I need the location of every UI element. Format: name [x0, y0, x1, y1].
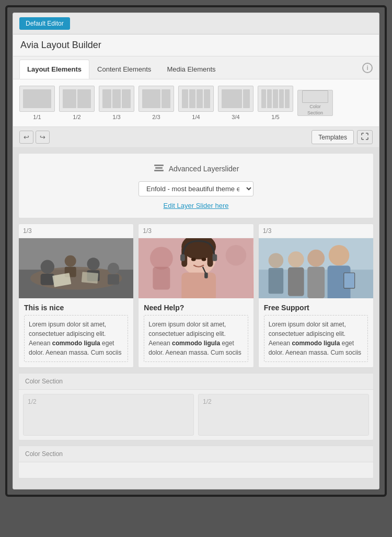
svg-rect-0	[154, 165, 164, 166]
layers-icon	[153, 162, 165, 175]
column-1: 1/3	[18, 224, 134, 368]
color-section-2-header: Color Section	[19, 446, 373, 462]
element-1-3-icon	[99, 86, 134, 112]
element-3-4[interactable]: 3/4	[218, 86, 253, 120]
fullscreen-button[interactable]	[357, 130, 373, 144]
svg-rect-35	[307, 267, 325, 298]
element-1-5-icon	[258, 86, 293, 112]
main-panel: Default Editor Avia Layout Builder Layou…	[13, 13, 379, 489]
element-1-1-label: 1/1	[33, 114, 41, 120]
color-section-1-header: Color Section	[19, 373, 373, 390]
half-col-1: 1/2	[23, 394, 194, 436]
default-editor-button[interactable]: Default Editor	[19, 17, 70, 30]
toolbar-right: Templates	[312, 130, 373, 144]
column-3-title: Free Support	[264, 303, 368, 312]
layer-slider-title: Advanced Layerslider	[169, 165, 239, 173]
column-2-title: Need Help?	[144, 303, 248, 312]
color-section-icon: Color Section	[297, 90, 333, 116]
toolbar-left: ↩ ↪	[19, 131, 50, 144]
element-3-4-label: 3/4	[232, 114, 239, 120]
column-1-text-block: Lorem ipsum dolor sit amet, consectetuer…	[24, 315, 128, 362]
svg-rect-2	[154, 170, 164, 171]
color-section-icon-label: Color	[309, 104, 321, 109]
svg-rect-1	[155, 167, 163, 169]
svg-rect-27	[204, 273, 208, 278]
redo-button[interactable]: ↪	[36, 131, 50, 144]
info-icon[interactable]: i	[362, 63, 373, 73]
business-team-image	[259, 238, 373, 298]
slider-header: Advanced Layerslider	[27, 162, 365, 175]
column-3: 1/3	[258, 224, 374, 368]
tabs-bar: Layout Elements Content Elements Media E…	[13, 56, 379, 79]
elements-row: 1/1 1/2	[13, 79, 379, 127]
svg-rect-37	[288, 267, 304, 296]
columns-row: 1/3	[18, 224, 374, 368]
element-1-2-icon	[59, 86, 95, 112]
builder-canvas: Advanced Layerslider Enfold - most beaut…	[13, 148, 379, 489]
edit-slider-link[interactable]: Edit Layer Slider here	[163, 202, 228, 209]
element-1-5[interactable]: 1/5	[258, 86, 293, 120]
column-1-text: Lorem ipsum dolor sit amet, consectetuer…	[29, 320, 123, 357]
element-1-3-label: 1/3	[112, 114, 120, 120]
column-3-text: Lorem ipsum dolor sit amet, consectetuer…	[269, 320, 363, 357]
element-1-4-icon	[178, 86, 214, 112]
column-1-label: 1/3	[19, 224, 133, 238]
element-1-1[interactable]: 1/1	[19, 86, 55, 120]
svg-point-19	[226, 245, 246, 265]
svg-rect-41	[344, 273, 354, 288]
column-3-text-block: Lorem ipsum dolor sit amet, consectetuer…	[264, 315, 368, 362]
color-section-2-content	[19, 462, 373, 478]
column-2-text: Lorem ipsum dolor sit amet, consectetuer…	[148, 320, 243, 357]
top-bar: Default Editor	[13, 13, 379, 34]
layer-slider-section: Advanced Layerslider Enfold - most beaut…	[18, 153, 374, 218]
element-2-3[interactable]: 2/3	[139, 86, 174, 120]
column-2-content: Need Help? Lorem ipsum dolor sit amet, c…	[139, 298, 253, 367]
svg-rect-39	[268, 268, 283, 294]
element-1-1-icon	[19, 86, 55, 112]
color-section-1-content: 1/2 1/2	[19, 390, 373, 440]
svg-point-8	[65, 255, 76, 267]
tab-layout-elements[interactable]: Layout Elements	[19, 60, 89, 79]
element-1-2[interactable]: 1/2	[59, 86, 95, 120]
svg-rect-15	[82, 272, 98, 283]
tab-content-elements[interactable]: Content Elements	[89, 60, 159, 79]
outer-frame: Default Editor Avia Layout Builder Layou…	[5, 5, 387, 497]
svg-rect-13	[108, 274, 119, 285]
svg-point-12	[108, 263, 119, 274]
element-color-section[interactable]: Color Section	[297, 90, 333, 116]
svg-point-10	[87, 258, 100, 270]
undo-button[interactable]: ↩	[19, 131, 33, 144]
toolbar-row: ↩ ↪ Templates	[13, 127, 379, 148]
column-2-text-block: Lorem ipsum dolor sit amet, consectetuer…	[144, 315, 248, 362]
column-3-label: 1/3	[259, 224, 373, 238]
element-2-3-icon	[139, 86, 174, 112]
svg-point-38	[268, 253, 283, 268]
templates-button[interactable]: Templates	[312, 130, 354, 144]
half-col-2-label: 1/2	[203, 398, 212, 405]
element-1-4[interactable]: 1/4	[178, 86, 214, 120]
column-2-label: 1/3	[139, 224, 253, 238]
slider-select-wrap: Enfold - most beautiful theme ever	[27, 181, 365, 196]
headset-woman-image	[139, 238, 253, 298]
svg-point-34	[307, 250, 325, 267]
element-1-5-label: 1/5	[271, 114, 279, 120]
element-1-4-label: 1/4	[192, 114, 200, 120]
business-meeting-image	[19, 238, 133, 298]
builder-title: Avia Layout Builder	[20, 40, 372, 51]
element-3-4-icon	[218, 86, 253, 112]
svg-rect-24	[207, 247, 213, 266]
svg-point-36	[288, 251, 304, 267]
svg-rect-26	[213, 254, 217, 261]
builder-header: Avia Layout Builder	[13, 34, 379, 56]
svg-rect-21	[182, 273, 216, 298]
color-section-2: Color Section	[18, 446, 374, 478]
svg-point-28	[191, 258, 196, 261]
half-col-2: 1/2	[198, 394, 369, 436]
slider-select[interactable]: Enfold - most beautiful theme ever	[139, 181, 253, 196]
color-section-icon-label2: Section	[307, 110, 323, 115]
tab-media-elements[interactable]: Media Elements	[159, 60, 223, 79]
svg-point-29	[202, 258, 206, 261]
column-1-title: This is nice	[24, 303, 128, 312]
svg-rect-25	[180, 254, 185, 261]
element-1-3[interactable]: 1/3	[99, 86, 134, 120]
